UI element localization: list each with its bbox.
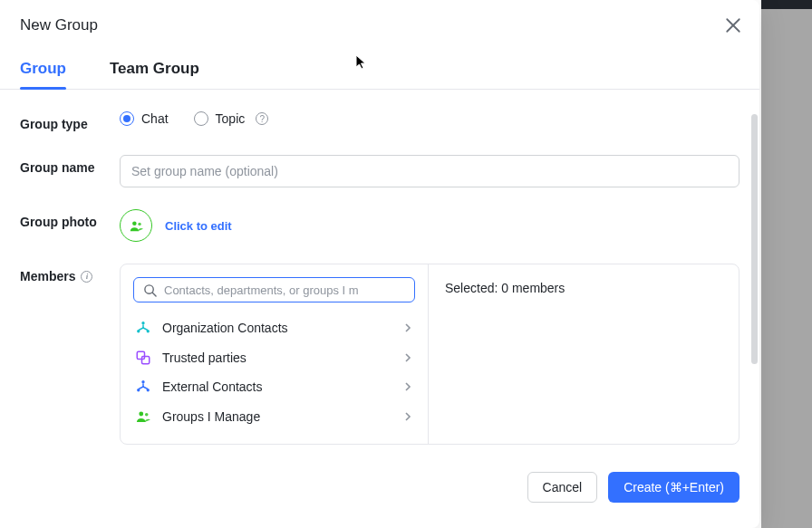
trusted-icon — [135, 350, 151, 366]
selected-count: Selected: 0 members — [445, 281, 722, 295]
scrollbar[interactable] — [751, 114, 758, 364]
svg-line-9 — [143, 328, 148, 330]
tab-group[interactable]: Group — [20, 60, 66, 89]
edit-photo-link[interactable]: Click to edit — [165, 219, 232, 233]
chevron-right-icon — [402, 381, 413, 392]
radio-topic[interactable]: Topic ? — [194, 111, 269, 126]
svg-point-3 — [138, 222, 140, 225]
group-photo-button[interactable] — [120, 209, 152, 242]
chevron-right-icon — [402, 322, 413, 333]
org-icon — [135, 320, 151, 336]
modal-footer: Cancel Create (⌘+Enter) — [527, 472, 740, 503]
members-panel: Organization Contacts Trusted parties — [120, 264, 740, 445]
close-icon[interactable] — [725, 17, 741, 34]
svg-point-14 — [141, 380, 144, 383]
source-trusted-parties[interactable]: Trusted parties — [133, 343, 415, 373]
radio-chat[interactable]: Chat — [120, 111, 169, 126]
group-photo-controls: Click to edit — [120, 209, 232, 242]
tab-team-group[interactable]: Team Group — [110, 60, 199, 89]
svg-point-2 — [132, 221, 137, 226]
radio-group-type: Chat Topic ? — [120, 111, 268, 126]
modal-body: Group type Chat Topic ? Group name Group… — [0, 90, 759, 445]
search-icon — [143, 283, 157, 297]
radio-icon — [194, 111, 208, 126]
chevron-right-icon — [402, 411, 413, 422]
chevron-right-icon — [402, 352, 413, 363]
source-list: Organization Contacts Trusted parties — [133, 313, 415, 431]
label-group-name: Group name — [20, 155, 120, 177]
label-members: Members i — [20, 264, 120, 285]
label-group-photo: Group photo — [20, 209, 120, 231]
groups-icon — [135, 408, 151, 425]
create-button[interactable]: Create (⌘+Enter) — [608, 472, 740, 503]
group-name-input[interactable] — [120, 155, 740, 187]
source-label: External Contacts — [162, 379, 392, 394]
avatar-group-icon — [129, 218, 144, 234]
svg-line-8 — [140, 328, 144, 330]
info-icon[interactable]: i — [81, 271, 92, 283]
svg-point-10 — [137, 330, 140, 332]
row-group-name: Group name — [20, 155, 740, 187]
backdrop-dark — [761, 0, 812, 9]
members-search-box[interactable] — [133, 277, 415, 302]
source-groups-i-manage[interactable]: Groups I Manage — [133, 402, 415, 432]
svg-rect-12 — [137, 351, 144, 359]
row-group-photo: Group photo Click to edit — [20, 209, 740, 242]
backdrop — [761, 0, 812, 528]
svg-point-20 — [139, 411, 143, 416]
new-group-modal: New Group Group Team Group Group type Ch… — [0, 0, 759, 528]
source-external-contacts[interactable]: External Contacts — [133, 372, 415, 402]
modal-header: New Group — [0, 0, 759, 43]
label-members-text: Members — [20, 267, 75, 285]
radio-chat-label: Chat — [141, 111, 169, 126]
svg-point-18 — [137, 389, 140, 391]
source-label: Groups I Manage — [162, 409, 392, 424]
external-icon — [135, 379, 151, 395]
help-icon[interactable]: ? — [256, 112, 268, 125]
radio-icon — [120, 111, 134, 126]
radio-topic-label: Topic — [216, 111, 246, 126]
members-selected-panel: Selected: 0 members — [429, 264, 739, 444]
source-label: Organization Contacts — [162, 321, 392, 335]
svg-point-11 — [147, 330, 150, 332]
svg-rect-13 — [142, 356, 150, 363]
svg-point-21 — [145, 413, 149, 417]
members-search-input[interactable] — [164, 283, 405, 297]
source-organization-contacts[interactable]: Organization Contacts — [133, 313, 415, 343]
svg-point-6 — [141, 322, 144, 324]
row-members: Members i — [20, 264, 740, 445]
source-label: Trusted parties — [162, 350, 392, 365]
svg-line-16 — [140, 387, 144, 389]
svg-line-5 — [152, 293, 156, 296]
svg-point-19 — [147, 389, 150, 391]
row-group-type: Group type Chat Topic ? — [20, 111, 740, 133]
modal-title: New Group — [20, 16, 98, 34]
svg-line-17 — [143, 387, 148, 389]
cancel-button[interactable]: Cancel — [527, 472, 598, 503]
tabs: Group Team Group — [0, 43, 759, 90]
members-source-panel: Organization Contacts Trusted parties — [121, 264, 429, 444]
label-group-type: Group type — [20, 111, 120, 133]
